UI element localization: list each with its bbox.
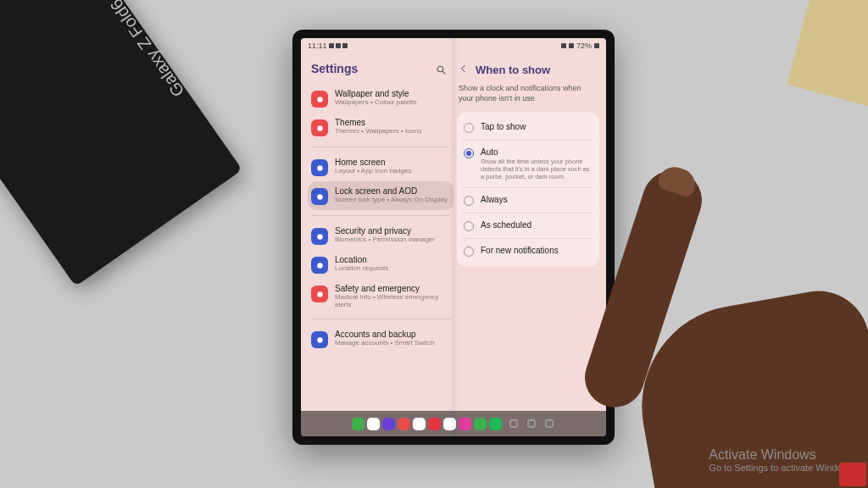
settings-item[interactable]: Accounts and backupManage accounts • Sma… [308,324,453,353]
setting-subtitle: Themes • Wallpapers • Icons [335,127,421,135]
svg-line-1 [442,71,445,74]
divider [311,319,450,319]
svg-point-8 [317,291,322,297]
radio-button-icon [464,123,474,133]
status-dot-icon [329,43,334,48]
radio-button-icon [464,196,474,206]
split-panes: Settings Wallpaper and styleWallpapers •… [301,53,606,411]
status-bar: 11:11 72% [301,38,606,53]
setting-title: Themes [335,118,421,127]
dock-app-icon[interactable] [474,418,487,430]
radio-title: As scheduled [481,220,531,230]
radio-option[interactable]: AutoShow all the time unless your phone … [464,141,593,188]
setting-title: Wallpaper and style [335,89,417,98]
dock-app-icon[interactable] [382,418,395,430]
setting-icon [311,331,328,348]
svg-point-4 [317,165,322,170]
setting-subtitle: Biometrics • Permission manager [335,236,435,243]
detail-description: Show a clock and notifications when your… [457,84,599,112]
dock-app-icon[interactable] [459,418,471,430]
setting-title: Accounts and backup [335,330,435,339]
setting-icon [311,119,328,136]
radio-button-icon [464,247,474,257]
svg-point-0 [437,66,443,72]
svg-point-3 [317,125,322,130]
device-screen: 11:11 72% Settings W [301,38,606,436]
svg-point-5 [317,194,322,199]
setting-icon [311,286,328,302]
setting-title: Security and privacy [335,226,435,236]
settings-item[interactable]: Safety and emergencyMedical info • Wirel… [308,279,453,313]
channel-logo [839,463,866,486]
radio-title: For new notifications [481,246,559,255]
radio-group-card: Tap to showAutoShow all the time unless … [457,112,599,267]
dock-app-icon[interactable] [367,418,380,430]
svg-rect-10 [510,420,517,427]
watermark-title: Activate Windows [709,447,856,463]
svg-rect-12 [546,420,553,427]
svg-point-7 [317,263,322,268]
settings-item[interactable]: Security and privacyBiometrics • Permiss… [308,221,453,250]
settings-item[interactable]: Lock screen and AODScreen lock type • Al… [308,181,453,210]
settings-item[interactable]: Wallpaper and styleWallpapers • Colour p… [308,84,453,113]
status-dot-icon [336,43,341,48]
svg-rect-11 [528,420,535,427]
svg-point-9 [317,337,322,342]
signal-icon [569,43,574,48]
wood-block-prop [787,0,868,115]
dock-app-icon[interactable] [413,418,426,430]
settings-title: Settings [311,62,358,75]
activate-windows-watermark: Activate Windows Go to Settings to activ… [709,447,856,473]
dock-app-icon[interactable] [443,418,456,430]
setting-title: Home screen [335,158,411,167]
nav-back-button[interactable] [543,418,555,430]
setting-icon [311,159,328,176]
radio-title: Auto [481,147,593,157]
detail-title: When to show [476,64,550,76]
dock-app-icon[interactable] [489,418,502,430]
status-dot-icon [342,43,348,48]
detail-pane: When to show Show a clock and notificati… [453,53,606,411]
setting-icon [311,257,328,274]
back-icon[interactable] [459,62,469,77]
battery-text: 72% [576,42,592,50]
product-box-prop [0,0,242,286]
radio-option[interactable]: For new notifications [464,239,593,263]
setting-subtitle: Location requests [335,264,388,272]
settings-item[interactable]: ThemesThemes • Wallpapers • Icons [308,113,453,141]
radio-option[interactable]: As scheduled [464,214,593,239]
radio-button-icon [464,148,474,158]
nav-recent-button[interactable] [508,418,520,430]
dock-app-icon[interactable] [352,418,364,430]
setting-title: Lock screen and AOD [335,186,448,196]
setting-subtitle: Wallpapers • Colour palette [335,98,417,106]
device-frame: 11:11 72% Settings W [292,30,615,445]
setting-title: Safety and emergency [335,284,450,293]
settings-item[interactable]: LocationLocation requests [308,250,453,279]
radio-button-icon [464,221,474,231]
radio-option[interactable]: Always [464,188,593,214]
radio-subtitle: Show all the time unless your phone dete… [481,158,593,180]
battery-icon [594,43,599,48]
setting-title: Location [335,255,388,264]
setting-subtitle: Screen lock type • Always On Display [335,196,448,203]
svg-point-6 [317,234,322,239]
nav-home-button[interactable] [526,418,537,430]
svg-point-2 [317,97,322,102]
settings-item[interactable]: Home screenLayout • App icon badges [308,152,453,181]
radio-title: Always [481,195,508,204]
settings-pane: Settings Wallpaper and styleWallpapers •… [301,53,453,411]
dock-app-icon[interactable] [398,418,410,430]
wifi-icon [561,43,566,48]
app-dock [301,411,606,436]
search-icon[interactable] [436,64,447,75]
radio-title: Tap to show [481,122,526,131]
dock-app-icon[interactable] [428,418,441,430]
divider [311,147,450,147]
status-time: 11:11 [308,42,327,50]
watermark-sub: Go to Settings to activate Windows. [709,463,856,473]
setting-subtitle: Manage accounts • Smart Switch [335,339,435,347]
divider [311,215,450,216]
radio-option[interactable]: Tap to show [464,115,593,141]
settings-list: Wallpaper and styleWallpapers • Colour p… [308,84,453,353]
